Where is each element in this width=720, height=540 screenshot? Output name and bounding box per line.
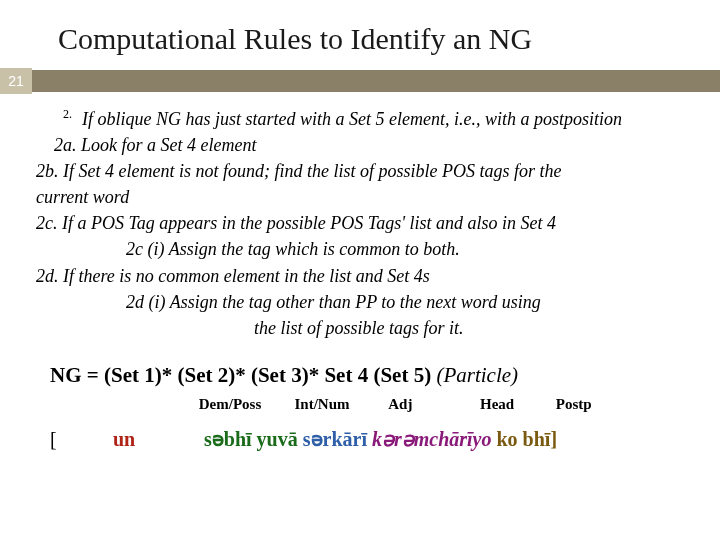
rule-2d-i: 2d (i) Assign the tag other than PP to t… [34,289,690,315]
example-head: kərəmchārīyo [372,428,492,450]
example-int2: yuvā [257,428,298,450]
rule-2c: 2c. If a POS Tag appears in the possible… [34,210,690,236]
formula-set1: (Set 1)* [104,363,177,387]
formula-set3: (Set 3)* [251,363,324,387]
label-dem: Dem/Poss [199,396,291,413]
bullet-number: 2. [34,106,82,123]
example-open-bracket: [ [50,428,108,451]
rule-2-text: If oblique NG has just started with a Se… [82,109,622,129]
example-adj: sərkārī [303,428,367,450]
example-int1: səbhī [204,428,252,450]
rule-2b-cont: current word [34,184,690,210]
rule-2: 2.If oblique NG has just started with a … [34,106,690,132]
rule-2c-i: 2c (i) Assign the tag which is common to… [34,236,690,262]
ng-formula: NG = (Set 1)* (Set 2)* (Set 3)* Set 4 (S… [50,363,690,388]
formula-set5: (Set 5) [373,363,436,387]
rule-2d: 2d. If there is no common element in the… [34,263,690,289]
rules-body: 2.If oblique NG has just started with a … [0,92,720,341]
formula-set2: (Set 2)* [177,363,250,387]
label-head: Head [480,396,552,413]
label-int: Int/Num [295,396,385,413]
formula-particle: (Particle) [436,363,518,387]
rule-2b: 2b. If Set 4 element is not found; find … [34,158,690,184]
slide-title: Computational Rules to Identify an NG [0,0,720,70]
label-adj: Adj [388,396,476,413]
example-row: [ un səbhī yuvā sərkārī kərəmchārīyo ko … [50,413,690,451]
rule-2d-i-cont: the list of possible tags for it. [34,315,690,341]
example-dem: un [113,428,199,451]
accent-band: 21 [0,70,720,92]
labels-row: Dem/Poss Int/Num Adj Head Postp [50,388,690,413]
page-number-badge: 21 [0,68,32,94]
formula-lhs: NG = [50,363,104,387]
formula-set4: Set 4 [324,363,373,387]
example-postp: ko bhī] [497,428,558,450]
formula-block: NG = (Set 1)* (Set 2)* (Set 3)* Set 4 (S… [0,341,720,451]
rule-2a: 2a. Look for a Set 4 element [34,132,690,158]
slide: Computational Rules to Identify an NG 21… [0,0,720,540]
label-postp: Postp [556,396,592,413]
